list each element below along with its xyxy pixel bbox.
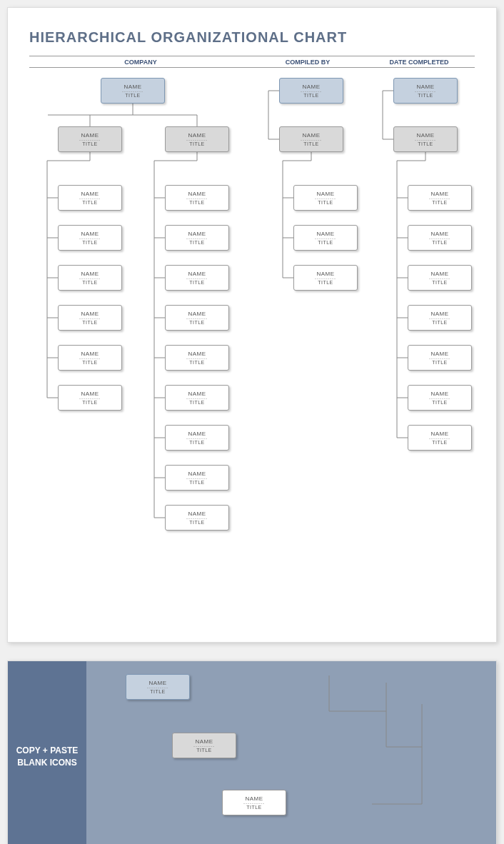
header-compiled-by: COMPILED BY — [252, 59, 363, 66]
org-node[interactable]: NAME----------TITLE — [222, 790, 286, 815]
org-node[interactable]: NAME----------TITLE — [165, 385, 229, 411]
org-node[interactable]: NAME----------TITLE — [58, 225, 122, 251]
org-node[interactable]: NAME----------TITLE — [58, 345, 122, 371]
org-node[interactable]: NAME----------TITLE — [165, 225, 229, 251]
palette-page: COPY + PASTE BLANK ICONS NAME----------T… — [7, 660, 497, 844]
org-node[interactable]: NAME----------TITLE — [58, 126, 122, 152]
org-node[interactable]: NAME----------TITLE — [408, 305, 472, 331]
org-node[interactable]: NAME----------TITLE — [165, 305, 229, 331]
org-node[interactable]: NAME----------TITLE — [293, 185, 358, 211]
org-node[interactable]: NAME----------TITLE — [126, 674, 190, 700]
org-node[interactable]: NAME----------TITLE — [165, 265, 229, 291]
org-node[interactable]: NAME----------TITLE — [293, 265, 358, 291]
org-node[interactable]: NAME----------TITLE — [408, 385, 472, 411]
org-node[interactable]: NAME----------TITLE — [393, 126, 458, 152]
header-company: COMPANY — [29, 59, 252, 66]
chart-area: NAME----------TITLENAME----------TITLENA… — [29, 78, 475, 613]
org-node[interactable]: NAME----------TITLE — [165, 185, 229, 211]
org-node[interactable]: NAME----------TITLE — [58, 185, 122, 211]
palette-canvas: NAME----------TITLENAME----------TITLENA… — [86, 661, 496, 844]
org-node[interactable]: NAME----------TITLE — [408, 225, 472, 251]
org-node[interactable]: NAME----------TITLE — [165, 505, 229, 531]
palette-label: COPY + PASTE BLANK ICONS — [8, 661, 86, 844]
column-headers: COMPANY COMPILED BY DATE COMPLETED — [29, 56, 475, 68]
org-node[interactable]: NAME----------TITLE — [279, 126, 343, 152]
org-chart-page: HIERARCHICAL ORGANIZATIONAL CHART COMPAN… — [7, 7, 497, 643]
header-date-completed: DATE COMPLETED — [363, 59, 475, 66]
org-node[interactable]: NAME----------TITLE — [165, 465, 229, 491]
org-node[interactable]: NAME----------TITLE — [279, 78, 343, 104]
org-node[interactable]: NAME----------TITLE — [58, 385, 122, 411]
org-node[interactable]: NAME----------TITLE — [293, 225, 358, 251]
page-title: HIERARCHICAL ORGANIZATIONAL CHART — [29, 29, 475, 46]
org-node[interactable]: NAME----------TITLE — [58, 305, 122, 331]
org-node[interactable]: NAME----------TITLE — [58, 265, 122, 291]
org-node[interactable]: NAME----------TITLE — [165, 345, 229, 371]
org-node[interactable]: NAME----------TITLE — [101, 78, 165, 104]
org-node[interactable]: NAME----------TITLE — [172, 733, 236, 758]
org-node[interactable]: NAME----------TITLE — [408, 345, 472, 371]
org-node[interactable]: NAME----------TITLE — [393, 78, 458, 104]
org-node[interactable]: NAME----------TITLE — [408, 185, 472, 211]
org-node[interactable]: NAME----------TITLE — [165, 425, 229, 451]
org-node[interactable]: NAME----------TITLE — [408, 425, 472, 451]
org-node[interactable]: NAME----------TITLE — [165, 126, 229, 152]
org-node[interactable]: NAME----------TITLE — [408, 265, 472, 291]
